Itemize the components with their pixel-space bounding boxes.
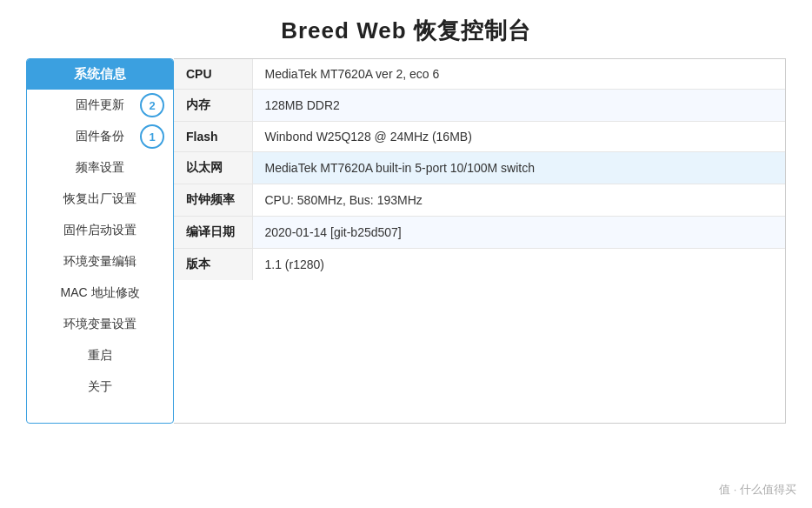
page-title: Breed Web 恢复控制台 [0,0,812,58]
info-table: CPUMediaTek MT7620A ver 2, eco 6内存128MB … [174,59,785,280]
sidebar-item-reboot[interactable]: 重启 [27,340,173,371]
info-label-2: Flash [174,122,252,152]
info-label-3: 以太网 [174,152,252,184]
sidebar-item-firmware-boot[interactable]: 固件启动设置 [27,215,173,246]
annotation-circle-firmware-update: 2 [140,93,164,117]
info-value-1: 128MB DDR2 [252,90,785,122]
sidebar-item-label-freq-settings: 频率设置 [76,160,124,176]
info-label-4: 时钟频率 [174,184,252,217]
sidebar-item-label-env-settings: 环境变量设置 [63,317,136,332]
sidebar-item-label-about: 关于 [88,379,112,395]
page-wrapper: Breed Web 恢复控制台 系统信息 固件更新2固件备份1频率设置恢复出厂设… [0,0,812,508]
info-value-5: 2020-01-14 [git-b25d507] [252,217,785,249]
content-area: CPUMediaTek MT7620A ver 2, eco 6内存128MB … [174,58,786,424]
sidebar-item-label-firmware-backup: 固件备份 [76,129,124,144]
sidebar-item-factory-reset[interactable]: 恢复出厂设置 [27,184,173,215]
sidebar-item-about[interactable]: 关于 [27,371,173,403]
sidebar-item-label-firmware-boot: 固件启动设置 [63,223,136,238]
sidebar-item-label-mac-modify: MAC 地址修改 [61,285,140,301]
info-value-2: Winbond W25Q128 @ 24MHz (16MB) [252,122,785,152]
info-value-6: 1.1 (r1280) [252,249,785,281]
sidebar-item-env-settings[interactable]: 环境变量设置 [27,309,173,340]
info-label-1: 内存 [174,90,252,122]
sidebar-item-freq-settings[interactable]: 频率设置 [27,152,173,184]
sidebar-item-mac-modify[interactable]: MAC 地址修改 [27,277,173,309]
sidebar-item-firmware-update[interactable]: 固件更新2 [27,90,173,121]
sidebar-item-label-firmware-update: 固件更新 [76,97,124,113]
sidebar-item-label-env-edit: 环境变量编辑 [63,254,136,270]
sidebar: 系统信息 固件更新2固件备份1频率设置恢复出厂设置固件启动设置环境变量编辑MAC… [26,58,174,424]
info-value-4: CPU: 580MHz, Bus: 193MHz [252,184,785,217]
info-value-0: MediaTek MT7620A ver 2, eco 6 [252,59,785,90]
sidebar-item-firmware-backup[interactable]: 固件备份1 [27,121,173,152]
sidebar-header: 系统信息 [27,59,173,90]
info-label-5: 编译日期 [174,217,252,249]
annotation-circle-firmware-backup: 1 [140,124,164,149]
info-label-6: 版本 [174,249,252,281]
main-layout: 系统信息 固件更新2固件备份1频率设置恢复出厂设置固件启动设置环境变量编辑MAC… [26,58,786,424]
sidebar-item-env-edit[interactable]: 环境变量编辑 [27,246,173,277]
info-label-0: CPU [174,59,252,90]
info-value-3: MediaTek MT7620A built-in 5-port 10/100M… [252,152,785,184]
sidebar-item-label-factory-reset: 恢复出厂设置 [63,191,136,207]
sidebar-item-label-reboot: 重启 [88,348,112,364]
watermark: 值 · 什么值得买 [719,482,796,498]
sidebar-items-container: 固件更新2固件备份1频率设置恢复出厂设置固件启动设置环境变量编辑MAC 地址修改… [27,90,173,403]
